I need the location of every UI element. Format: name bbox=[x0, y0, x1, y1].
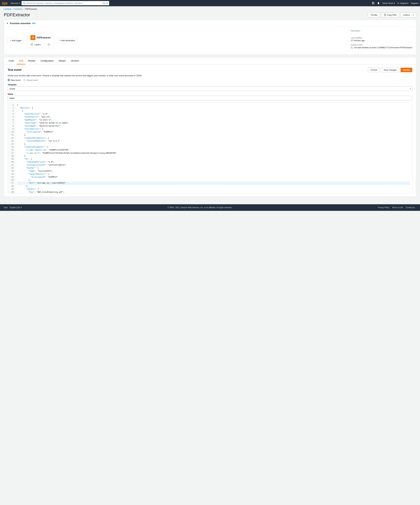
function-diagram: + Add trigger λ PDFExtractor Layers 1 bbox=[8, 30, 344, 51]
region-menu[interactable]: N. Virginia ▾ bbox=[397, 2, 408, 4]
name-group: Name bbox=[8, 93, 412, 101]
function-node-title: λ PDFExtractor bbox=[30, 35, 51, 40]
search-input[interactable] bbox=[26, 2, 102, 4]
function-node: λ PDFExtractor Layers 1 bbox=[27, 33, 54, 48]
language-dropdown-icon: ▾ bbox=[21, 206, 22, 209]
line-numbers: 1234567891011121314151617181920212223242… bbox=[8, 102, 15, 193]
tab-configuration[interactable]: Configuration bbox=[38, 57, 56, 64]
last-modified-meta: Last modified 17 minutes ago bbox=[351, 37, 412, 42]
function-overview-body: + Add trigger λ PDFExtractor Layers 1 bbox=[4, 27, 416, 55]
privacy-policy-link[interactable]: Privacy Policy bbox=[378, 206, 390, 209]
user-dropdown-icon: ▾ bbox=[394, 2, 395, 4]
format-button[interactable]: Format bbox=[368, 68, 380, 72]
new-event-radio-indicator bbox=[8, 79, 10, 81]
breadcrumb-sep-2: › bbox=[23, 8, 24, 10]
breadcrumb-functions[interactable]: Functions bbox=[14, 8, 22, 10]
test-header: Test event Format Save changes Invoke bbox=[8, 68, 412, 72]
bell-icon[interactable] bbox=[377, 2, 380, 5]
main-content: ▼ Function overview Info + Add trigger λ… bbox=[0, 20, 420, 201]
cookie-pref-link[interactable]: Cookie pre... bbox=[406, 206, 416, 209]
tab-aliases[interactable]: Aliases bbox=[57, 57, 68, 64]
aws-logo[interactable] bbox=[2, 1, 9, 6]
language-selector[interactable]: English (US) ▾ bbox=[10, 206, 22, 209]
function-overview-card: ▼ Function overview Info + Add trigger λ… bbox=[4, 20, 416, 55]
lambda-icon: λ bbox=[30, 35, 35, 40]
overview-header-label: Function overview bbox=[10, 22, 31, 25]
template-label: Template bbox=[8, 83, 412, 86]
page-title: PDFExtractor bbox=[4, 12, 30, 17]
info-badge[interactable]: Info bbox=[32, 22, 36, 25]
template-select-wrapper: s3-put ▾ bbox=[8, 87, 412, 91]
breadcrumb-lambda[interactable]: Lambda bbox=[4, 8, 11, 10]
actions-dropdown-icon: ▾ bbox=[411, 14, 414, 16]
services-dropdown-icon: ▾ bbox=[19, 2, 20, 4]
tab-monitor[interactable]: Monitor bbox=[26, 57, 38, 64]
new-event-radio[interactable]: New event bbox=[8, 79, 20, 81]
event-type-radio-group: New event Saved event bbox=[8, 79, 412, 81]
test-header-actions: Format Save changes Invoke bbox=[368, 68, 412, 72]
description-meta: Description - bbox=[351, 30, 412, 35]
svg-rect-2 bbox=[372, 3, 373, 4]
name-input[interactable] bbox=[8, 96, 412, 101]
breadcrumb-current: PDFExtractor bbox=[25, 8, 37, 10]
saved-event-radio-indicator bbox=[24, 79, 26, 81]
services-menu-button[interactable]: Services ▾ bbox=[11, 2, 20, 4]
layers-count-badge: 1 bbox=[47, 43, 51, 46]
footer-right: Privacy Policy Terms of Use Cookie pre..… bbox=[378, 206, 416, 209]
throttle-button[interactable]: Throttle bbox=[368, 13, 380, 17]
search-icon: 🔍 bbox=[23, 2, 25, 4]
region-dropdown-icon: ▾ bbox=[407, 2, 408, 4]
footer-copyright: © 2008 - 2021, Amazon Web Services, Inc.… bbox=[167, 206, 232, 209]
name-label: Name bbox=[8, 93, 412, 95]
svg-rect-4 bbox=[385, 15, 386, 16]
tab-test[interactable]: Test bbox=[17, 57, 25, 64]
nav-right-section: Omar Omar ▾ N. Virginia ▾ Support bbox=[372, 2, 418, 5]
svg-rect-0 bbox=[372, 2, 373, 3]
tab-versions[interactable]: Versions bbox=[69, 57, 81, 64]
overview-toggle-icon[interactable]: ▼ bbox=[6, 22, 8, 25]
function-overview-header: ▼ Function overview Info bbox=[4, 20, 416, 27]
breadcrumb: Lambda › Functions › PDFExtractor bbox=[0, 6, 420, 11]
code-editor[interactable]: 1234567891011121314151617181920212223242… bbox=[8, 102, 412, 193]
search-shortcut: [Alt+S] bbox=[103, 2, 108, 4]
top-navigation: Services ▾ 🔍 [Alt+S] Omar Omar ▾ N. Virg… bbox=[0, 0, 420, 6]
svg-rect-1 bbox=[374, 2, 374, 3]
saved-event-radio[interactable]: Saved event bbox=[24, 79, 38, 81]
test-section: Test event Format Save changes Invoke In… bbox=[4, 64, 416, 197]
page-header: PDFExtractor Throttle Copy ARN Actions ▾ bbox=[0, 11, 420, 20]
breadcrumb-sep-1: › bbox=[12, 8, 13, 10]
search-bar: 🔍 [Alt+S] bbox=[21, 1, 109, 5]
copy-arn-button[interactable]: Copy ARN bbox=[381, 13, 399, 17]
user-menu[interactable]: Omar Omar ▾ bbox=[382, 2, 395, 4]
tabs-bar: CodeTestMonitorConfigurationAliasesVersi… bbox=[4, 57, 416, 64]
feedback-link: back bbox=[4, 206, 8, 209]
code-content: { "Records": [ { "eventVersion": "2.0", … bbox=[15, 102, 412, 193]
add-destination-button[interactable]: + Add destination bbox=[57, 38, 77, 43]
tab-code[interactable]: Code bbox=[6, 57, 16, 64]
terms-link[interactable]: Terms of Use bbox=[392, 206, 403, 209]
function-arn-meta: Function ARN arn:aws:lambda:us-east-1:23… bbox=[351, 44, 412, 49]
add-trigger-button[interactable]: + Add trigger bbox=[8, 38, 24, 43]
test-description: Invoke your function with a test event. … bbox=[8, 74, 412, 77]
test-title: Test event bbox=[8, 68, 21, 72]
code-editor-inner: 1234567891011121314151617181920212223242… bbox=[8, 102, 412, 193]
footer-left: back English (US) ▾ bbox=[4, 206, 22, 209]
layers-row[interactable]: Layers 1 bbox=[30, 42, 51, 46]
function-overview-meta: Description - Last modified 17 minutes a… bbox=[351, 30, 412, 51]
actions-button[interactable]: Actions ▾ bbox=[401, 13, 416, 17]
invoke-button[interactable]: Invoke bbox=[401, 68, 412, 72]
svg-rect-6 bbox=[352, 47, 353, 49]
save-changes-button[interactable]: Save changes bbox=[381, 68, 399, 72]
page-footer: back English (US) ▾ © 2008 - 2021, Amazo… bbox=[0, 204, 420, 211]
svg-marker-5 bbox=[31, 43, 33, 45]
page-header-actions: Throttle Copy ARN Actions ▾ bbox=[368, 13, 416, 17]
template-select[interactable]: s3-put bbox=[8, 87, 412, 91]
toolbar-icon[interactable] bbox=[372, 2, 375, 5]
support-menu[interactable]: Support bbox=[411, 2, 418, 4]
template-group: Template s3-put ▾ bbox=[8, 83, 412, 91]
svg-rect-3 bbox=[374, 3, 374, 4]
